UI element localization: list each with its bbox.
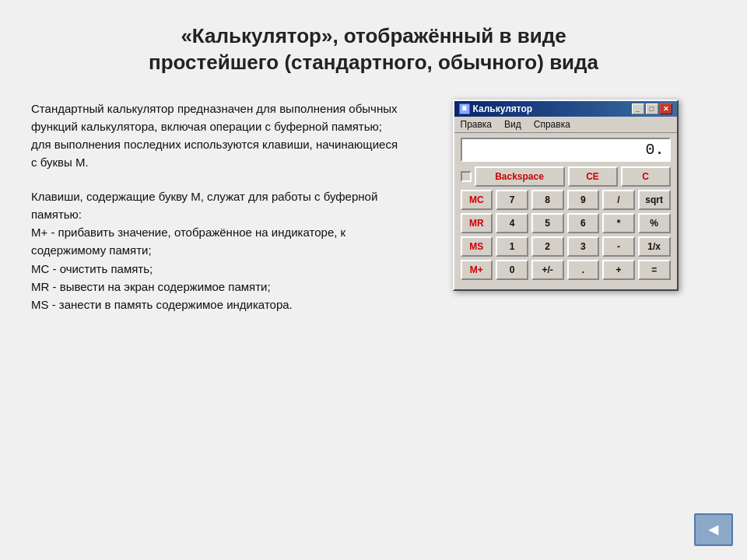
calc-titlebar-buttons: _ □ ✕	[632, 103, 672, 114]
slide-container: «Калькулятор», отображённый в видепросте…	[0, 0, 747, 560]
calc-row-4: M+ 0 +/- . + =	[461, 260, 671, 280]
text-block-2: Клавиши, содержащие букву М, служат для …	[31, 187, 399, 314]
calc-btn-1[interactable]: 1	[496, 236, 528, 257]
calc-btn-c[interactable]: C	[621, 166, 671, 187]
calc-menu-view[interactable]: Вид	[501, 118, 524, 131]
slide-content: Стандартный калькулятор предназначен для…	[31, 100, 716, 544]
calc-btn-8[interactable]: 8	[531, 190, 564, 210]
calc-menubar: Правка Вид Справка	[454, 117, 677, 133]
calc-minimize-button[interactable]: _	[632, 103, 644, 114]
text-block-1: Стандартный калькулятор предназначен для…	[31, 100, 399, 172]
calc-btn-percent[interactable]: %	[638, 213, 671, 233]
calc-btn-backspace[interactable]: Backspace	[475, 166, 565, 187]
calc-menu-edit[interactable]: Правка	[458, 118, 496, 131]
calc-btn-ms[interactable]: MS	[461, 236, 493, 257]
calc-row-3: MS 1 2 3 - 1/x	[461, 236, 671, 257]
calc-menu-help[interactable]: Справка	[531, 118, 573, 131]
calc-btn-ce[interactable]: CE	[568, 166, 618, 187]
calc-btn-3[interactable]: 3	[567, 236, 600, 257]
calc-titlebar: 🖩 Калькулятор _ □ ✕	[454, 101, 677, 117]
calc-btn-mplus[interactable]: M+	[461, 260, 493, 280]
calc-title-area: 🖩 Калькулятор	[459, 103, 533, 114]
calc-window-title: Калькулятор	[473, 103, 533, 114]
calc-btn-multiply[interactable]: *	[602, 213, 635, 233]
calc-column: 🖩 Калькулятор _ □ ✕ Правка Вид Справка	[415, 100, 716, 544]
calc-btn-5[interactable]: 5	[531, 213, 564, 233]
calc-btn-reciprocal[interactable]: 1/x	[638, 236, 671, 257]
calc-row-0: Backspace CE C	[461, 166, 671, 187]
calculator-window: 🖩 Калькулятор _ □ ✕ Правка Вид Справка	[453, 100, 679, 291]
calc-btn-mr[interactable]: MR	[461, 213, 493, 233]
calc-row-2: MR 4 5 6 * %	[461, 213, 671, 233]
calc-btn-9[interactable]: 9	[567, 190, 600, 210]
calc-maximize-button[interactable]: □	[646, 103, 658, 114]
calc-display: 0.	[461, 138, 671, 162]
calc-btn-sqrt[interactable]: sqrt	[638, 190, 671, 210]
calc-btn-equals[interactable]: =	[638, 260, 671, 280]
calc-close-button[interactable]: ✕	[660, 103, 672, 114]
calc-btn-sign[interactable]: +/-	[531, 260, 564, 280]
nav-prev-icon: ◄	[705, 521, 722, 538]
calc-body: 0. Backspace CE C MC 7 8 9 /	[454, 133, 677, 289]
calc-btn-mc[interactable]: MC	[461, 190, 493, 210]
calc-btn-0[interactable]: 0	[496, 260, 528, 280]
nav-prev-button[interactable]: ◄	[694, 513, 733, 546]
calc-btn-divide[interactable]: /	[602, 190, 635, 210]
calc-btn-plus[interactable]: +	[602, 260, 635, 280]
calc-btn-dot[interactable]: .	[567, 260, 600, 280]
text-column: Стандартный калькулятор предназначен для…	[31, 100, 399, 544]
calc-row-1: MC 7 8 9 / sqrt	[461, 190, 671, 210]
calc-btn-4[interactable]: 4	[496, 213, 528, 233]
calc-btn-minus[interactable]: -	[602, 236, 635, 257]
calc-window-icon: 🖩	[459, 103, 470, 114]
calc-btn-2[interactable]: 2	[531, 236, 564, 257]
calc-checkbox[interactable]	[461, 171, 472, 182]
calc-btn-6[interactable]: 6	[567, 213, 600, 233]
calc-btn-7[interactable]: 7	[496, 190, 528, 210]
slide-title: «Калькулятор», отображённый в видепросте…	[149, 23, 598, 76]
